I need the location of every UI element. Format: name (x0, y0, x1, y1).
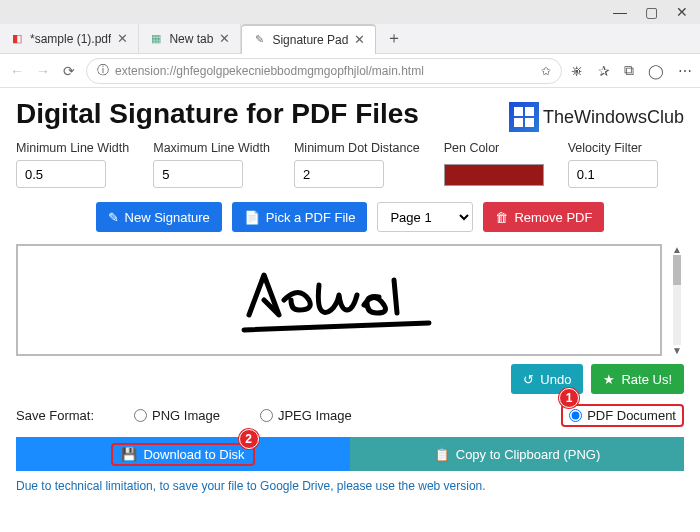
rate-us-button[interactable]: ★ Rate Us! (591, 364, 684, 394)
page-title: Digital Signature for PDF Files (16, 98, 419, 130)
page-select[interactable]: Page 1 (377, 202, 473, 232)
download-to-disk-button[interactable]: 2 💾 Download to Disk (16, 437, 350, 471)
star-icon: ★ (603, 372, 615, 387)
toolbar-right: ⛯ ✰ ⧉ ◯ ⋯ (570, 62, 692, 79)
save-format-label: Save Format: (16, 408, 94, 423)
newtab-icon: ▦ (149, 32, 163, 46)
bottom-buttons: 2 💾 Download to Disk 📋 Copy to Clipboard… (16, 437, 684, 471)
tab-new-tab[interactable]: ▦ New tab ✕ (139, 24, 241, 54)
menu-icon[interactable]: ⋯ (678, 63, 692, 79)
format-jpeg[interactable]: JPEG Image (260, 408, 352, 423)
file-icon: 📄 (244, 210, 260, 225)
close-icon[interactable]: ✕ (354, 32, 365, 47)
rate-us-label: Rate Us! (621, 372, 672, 387)
window-minimize[interactable]: — (613, 4, 627, 20)
favorites-icon[interactable]: ✰ (598, 63, 610, 79)
min-dot-distance-input[interactable] (294, 160, 384, 188)
profile-icon[interactable]: ◯ (648, 63, 664, 79)
undo-icon: ↺ (523, 372, 534, 387)
format-png-radio[interactable] (134, 409, 147, 422)
undo-label: Undo (540, 372, 571, 387)
pen-color-swatch[interactable] (444, 164, 544, 186)
format-pdf-label: PDF Document (587, 408, 676, 423)
signature-drawing (229, 255, 449, 345)
scroll-up-icon[interactable]: ▲ (672, 244, 682, 255)
remove-pdf-label: Remove PDF (514, 210, 592, 225)
callout-2: 2 (239, 429, 259, 449)
collections-icon[interactable]: ⧉ (624, 62, 634, 79)
tabs-row: ◧ *sample (1).pdf ✕ ▦ New tab ✕ ✎ Signat… (0, 24, 700, 54)
new-signature-label: New Signature (125, 210, 210, 225)
signature-canvas[interactable] (16, 244, 662, 356)
browser-chrome: — ▢ ✕ ◧ *sample (1).pdf ✕ ▦ New tab ✕ ✎ … (0, 0, 700, 88)
web-version-note: Due to technical limitation, to save you… (16, 479, 684, 493)
undo-row: ↺ Undo ★ Rate Us! (16, 364, 684, 394)
pick-pdf-label: Pick a PDF File (266, 210, 356, 225)
format-jpeg-radio[interactable] (260, 409, 273, 422)
max-line-width-group: Maximum Line Width (153, 140, 270, 188)
info-icon: ⓘ (97, 62, 109, 79)
canvas-scrollbar[interactable]: ▲ ▼ (670, 244, 684, 356)
tab-signature-pad[interactable]: ✎ Signature Pad ✕ (241, 24, 376, 54)
clipboard-icon: 📋 (434, 447, 450, 462)
address-row: ← → ⟳ ⓘ extension://ghfegolgpekecniebbod… (0, 54, 700, 88)
address-bar[interactable]: ⓘ extension://ghfegolgpekecniebbodmgmgop… (86, 58, 562, 84)
page-content: Digital Signature for PDF Files TheWindo… (0, 88, 700, 503)
copy-label: Copy to Clipboard (PNG) (456, 447, 601, 462)
format-png[interactable]: PNG Image (134, 408, 220, 423)
save-icon: 💾 (121, 447, 137, 462)
back-icon[interactable]: ← (8, 63, 26, 79)
scroll-down-icon[interactable]: ▼ (672, 345, 682, 356)
min-dot-distance-label: Minimum Dot Distance (294, 140, 420, 156)
max-line-width-label: Maximum Line Width (153, 140, 270, 156)
address-text: extension://ghfegolgpekecniebbodmgmgopfh… (115, 64, 424, 78)
download-label: Download to Disk (143, 447, 244, 462)
brand-text: TheWindowsClub (543, 107, 684, 128)
callout-1: 1 (559, 388, 579, 408)
pick-pdf-button[interactable]: 📄 Pick a PDF File (232, 202, 368, 232)
refresh-icon[interactable]: ⟳ (60, 63, 78, 79)
tab-label: *sample (1).pdf (30, 32, 111, 46)
pdf-icon: ◧ (10, 32, 24, 46)
new-signature-button[interactable]: ✎ New Signature (96, 202, 222, 232)
save-format-row: Save Format: PNG Image JPEG Image 1 PDF … (16, 404, 684, 427)
extension-icon: ✎ (252, 33, 266, 47)
shopping-icon[interactable]: ⛯ (570, 63, 584, 79)
svg-rect-1 (525, 107, 534, 116)
format-pdf-radio[interactable] (569, 409, 582, 422)
velocity-filter-input[interactable] (568, 160, 658, 188)
svg-rect-0 (514, 107, 523, 116)
tab-label: Signature Pad (272, 33, 348, 47)
pen-color-group: Pen Color (444, 140, 544, 188)
velocity-filter-label: Velocity Filter (568, 140, 658, 156)
brand-block: TheWindowsClub (509, 102, 684, 132)
scroll-thumb[interactable] (673, 255, 681, 285)
reader-icon[interactable]: ✩ (541, 64, 551, 78)
pen-color-label: Pen Color (444, 140, 544, 156)
edit-icon: ✎ (108, 210, 119, 225)
close-icon[interactable]: ✕ (219, 31, 230, 46)
max-line-width-input[interactable] (153, 160, 243, 188)
tab-label: New tab (169, 32, 213, 46)
format-jpeg-label: JPEG Image (278, 408, 352, 423)
copy-clipboard-button[interactable]: 📋 Copy to Clipboard (PNG) (350, 437, 684, 471)
trash-icon: 🗑 (495, 210, 508, 225)
action-row: ✎ New Signature 📄 Pick a PDF File Page 1… (16, 202, 684, 232)
min-line-width-label: Minimum Line Width (16, 140, 129, 156)
forward-icon[interactable]: → (34, 63, 52, 79)
window-maximize[interactable]: ▢ (645, 4, 658, 20)
new-tab-button[interactable]: ＋ (376, 28, 412, 49)
brand-logo-icon (509, 102, 539, 132)
remove-pdf-button[interactable]: 🗑 Remove PDF (483, 202, 604, 232)
velocity-filter-group: Velocity Filter (568, 140, 658, 188)
format-pdf[interactable]: 1 PDF Document (561, 404, 684, 427)
min-line-width-input[interactable] (16, 160, 106, 188)
min-dot-distance-group: Minimum Dot Distance (294, 140, 420, 188)
window-controls: — ▢ ✕ (0, 0, 700, 24)
controls-row: Minimum Line Width Maximum Line Width Mi… (16, 140, 684, 188)
svg-rect-2 (514, 118, 523, 127)
window-close[interactable]: ✕ (676, 4, 688, 20)
tab-sample-pdf[interactable]: ◧ *sample (1).pdf ✕ (0, 24, 139, 54)
svg-rect-3 (525, 118, 534, 127)
close-icon[interactable]: ✕ (117, 31, 128, 46)
